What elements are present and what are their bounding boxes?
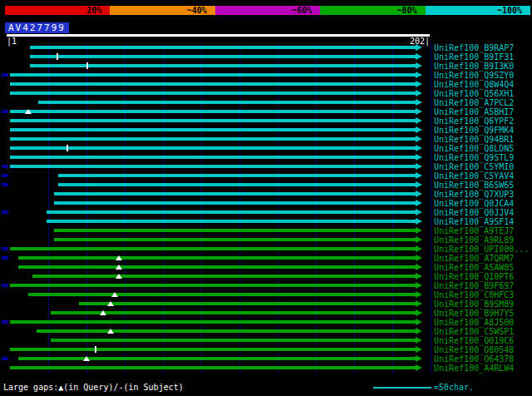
alignment-bar[interactable] [10,92,416,95]
alignment-row[interactable]: UniRef100_Q94BR1 [0,135,532,144]
alignment-bar[interactable] [54,192,416,196]
alignment-row[interactable]: UniRef100_Q7XUP3 [0,190,532,199]
alignment-bar[interactable] [10,73,416,77]
hit-label[interactable]: UniRef100_O64378 [434,354,514,364]
hit-label[interactable]: UniRef100_B9SM89 [434,299,514,309]
alignment-row[interactable]: UniRef100_B9I3K0 [0,62,532,71]
hit-label[interactable]: UniRef100_A7QRM7 [434,254,514,263]
alignment-row[interactable]: UniRef100_Q019C6 [0,336,532,345]
alignment-bar[interactable] [51,339,416,342]
alignment-row[interactable]: UniRef100_C0HFC3 [0,290,532,299]
alignment-row[interactable]: UniRef100_B9F697 [0,281,532,290]
hit-label[interactable]: UniRef100_A9RL89 [434,235,514,245]
hit-label[interactable]: UniRef100_Q019C6 [434,336,514,345]
alignment-bar[interactable] [10,119,416,122]
alignment-bar[interactable] [32,275,416,278]
alignment-row[interactable]: UniRef100_Q0JCA4 [0,199,532,208]
alignment-bar[interactable] [10,366,416,369]
hit-label[interactable]: UniRef100_Q7XUP3 [434,190,514,199]
alignment-bar[interactable] [18,265,416,269]
hit-label[interactable]: UniRef100_C5YMI0 [434,162,514,171]
hit-label[interactable]: UniRef100_Q56XH1 [434,89,514,98]
alignment-bar[interactable] [47,220,416,223]
hit-label[interactable]: UniRef100_A5AW85 [434,263,514,272]
hit-label[interactable]: UniRef100_A4RLW4 [434,364,514,373]
alignment-bar[interactable] [18,357,416,360]
alignment-row[interactable]: UniRef100_A5BHI7 [0,107,532,116]
hit-label[interactable]: UniRef100_C5WSP1 [434,327,514,336]
alignment-bar[interactable] [54,201,416,205]
hit-label[interactable]: UniRef100_B9I3K0 [434,62,514,71]
alignment-row[interactable]: UniRef100_O64378 [0,354,532,364]
alignment-bar[interactable] [79,302,416,305]
hit-label[interactable]: UniRef100_Q8W4Q4 [434,80,514,89]
hit-label[interactable]: UniRef100_B9IF31 [434,52,514,62]
alignment-bar[interactable] [28,293,416,296]
alignment-bar[interactable] [30,46,416,49]
hit-label[interactable]: UniRef100_A8J500 [434,318,514,327]
alignment-bar[interactable] [54,229,416,232]
hit-label[interactable]: UniRef100_A9TEJ7 [434,226,514,235]
alignment-bar[interactable] [10,320,416,324]
alignment-row[interactable]: UniRef100_B9SM89 [0,299,532,309]
hit-label[interactable]: UniRef100_Q0JJV4 [434,208,514,217]
alignment-row[interactable]: UniRef100_O80548 [0,345,532,354]
alignment-bar[interactable] [18,256,416,260]
alignment-bar[interactable] [30,55,416,58]
alignment-row[interactable]: UniRef100_A8J500 [0,318,532,327]
alignment-bar[interactable] [47,210,416,214]
alignment-row[interactable]: UniRef100_Q0JJV4 [0,208,532,217]
hit-label[interactable]: UniRef100_O80548 [434,345,514,354]
alignment-row[interactable]: UniRef100_A9SF14 [0,217,532,226]
alignment-row[interactable]: UniRef100_Q10PT6 [0,272,532,281]
hit-label[interactable]: UniRef100_A5BHI7 [434,107,514,116]
alignment-row[interactable]: UniRef100_B9IF31 [0,52,532,62]
hit-label[interactable]: UniRef100_B9F697 [434,281,514,290]
alignment-row[interactable]: UniRef100_A7PCL2 [0,98,532,107]
alignment-row[interactable]: UniRef100_A4RLW4 [0,364,532,373]
alignment-row[interactable]: UniRef100_Q56XH1 [0,89,532,98]
alignment-row[interactable]: UniRef100_C5YMI0 [0,162,532,171]
alignment-row[interactable]: UniRef100_Q9SZY0 [0,71,532,80]
alignment-bar[interactable] [10,247,416,250]
hit-label[interactable]: UniRef100_B9H7Y5 [434,309,514,318]
hit-label[interactable]: UniRef100_UPI000... [434,245,529,254]
hit-label[interactable]: UniRef100_Q9STL9 [434,153,514,162]
hit-label[interactable]: UniRef100_Q0JCA4 [434,199,514,208]
alignment-row[interactable]: UniRef100_C5YAV4 [0,171,532,181]
alignment-bar[interactable] [10,156,416,159]
hit-label[interactable]: UniRef100_C0HFC3 [434,290,514,299]
alignment-row[interactable]: UniRef100_A7QRM7 [0,254,532,263]
alignment-row[interactable]: UniRef100_A9TEJ7 [0,226,532,235]
alignment-row[interactable]: UniRef100_A5AW85 [0,263,532,272]
alignment-row[interactable]: UniRef100_C5WSP1 [0,327,532,336]
alignment-row[interactable]: UniRef100_Q8LDN5 [0,144,532,153]
hit-label[interactable]: UniRef100_Q9FMK4 [434,126,514,135]
alignment-row[interactable]: UniRef100_Q9FMK4 [0,126,532,135]
alignment-bar[interactable] [10,146,416,150]
hit-label[interactable]: UniRef100_Q10PT6 [434,272,514,281]
alignment-row[interactable]: UniRef100_Q8W4Q4 [0,80,532,89]
alignment-bar[interactable] [10,348,416,351]
hit-label[interactable]: UniRef100_Q94BR1 [434,135,514,144]
alignment-row[interactable]: UniRef100_B9H7Y5 [0,309,532,318]
hit-label[interactable]: UniRef100_A9SF14 [434,217,514,226]
alignment-bar[interactable] [38,101,416,104]
alignment-bar[interactable] [10,165,416,168]
alignment-bar[interactable] [10,137,416,141]
alignment-bar[interactable] [58,183,416,186]
hit-label[interactable]: UniRef100_A7PCL2 [434,98,514,107]
hit-label[interactable]: UniRef100_B6SW65 [434,181,514,190]
alignment-bar[interactable] [37,329,416,333]
alignment-row[interactable]: UniRef100_Q6YPF2 [0,116,532,126]
alignment-bar[interactable] [10,110,416,113]
hit-label[interactable]: UniRef100_Q8LDN5 [434,144,514,153]
alignment-row[interactable]: UniRef100_A9RL89 [0,235,532,245]
alignment-row[interactable]: UniRef100_B9RAP7 [0,43,532,52]
hit-label[interactable]: UniRef100_Q6YPF2 [434,116,514,126]
alignment-row[interactable]: UniRef100_B6SW65 [0,181,532,190]
alignment-bar[interactable] [54,238,416,241]
alignment-row[interactable]: UniRef100_UPI000... [0,245,532,254]
alignment-bar[interactable] [10,128,416,131]
hit-label[interactable]: UniRef100_C5YAV4 [434,171,514,181]
